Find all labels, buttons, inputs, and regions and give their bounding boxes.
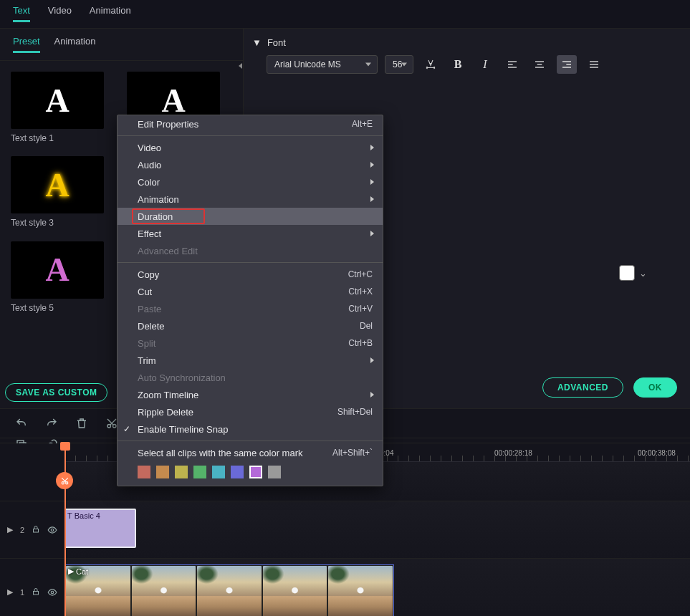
color-mark-chip[interactable]: [268, 466, 281, 478]
menu-shortcut: Ctrl+X: [348, 287, 373, 297]
menu-label: Effect: [138, 228, 161, 239]
font-section-header[interactable]: ▼ Font: [252, 37, 676, 48]
check-icon: ✓: [123, 424, 130, 434]
font-family-dropdown[interactable]: Arial Unicode MS: [267, 55, 378, 74]
collapse-grip-icon[interactable]: [237, 60, 243, 72]
sub-tab-animation[interactable]: Animation: [54, 36, 96, 53]
color-mark-chip[interactable]: [212, 466, 225, 478]
align-center-button[interactable]: [530, 55, 550, 74]
color-mark-chip[interactable]: [156, 466, 169, 478]
color-mark-chip[interactable]: [231, 466, 244, 478]
color-mark-chip[interactable]: [138, 466, 150, 478]
menu-animation[interactable]: Animation: [118, 191, 383, 208]
video-clip-label: Cat: [76, 567, 88, 576]
menu-label: Auto Synchronization: [138, 372, 226, 383]
save-as-custom-button[interactable]: SAVE AS CUSTOM: [5, 383, 107, 402]
menu-split: SplitCtrl+B: [118, 335, 383, 352]
align-justify-button[interactable]: [584, 55, 604, 74]
font-section-title: Font: [267, 37, 286, 48]
menu-label: Split: [138, 338, 155, 349]
preset-item-1[interactable]: A Text style 1: [11, 72, 104, 149]
preset-glyph: A: [161, 82, 185, 120]
menu-copy[interactable]: CopyCtrl+C: [118, 266, 383, 283]
tab-video[interactable]: Video: [48, 5, 72, 22]
font-size-dropdown[interactable]: 56: [385, 55, 413, 74]
preset-glyph: A: [45, 251, 69, 289]
menu-shortcut: Alt+Shift+`: [332, 448, 373, 458]
ok-button[interactable]: OK: [633, 377, 677, 398]
menu-label: Duration: [138, 211, 173, 222]
video-clip[interactable]: ▶ Cat: [64, 564, 394, 616]
undo-icon[interactable]: [14, 416, 29, 430]
menu-label: Advanced Edit: [138, 246, 198, 256]
italic-button[interactable]: I: [475, 55, 495, 74]
track-video: ▶ 1 ▶ Cat: [0, 559, 690, 616]
bold-button[interactable]: B: [448, 55, 468, 74]
menu-select-by-color[interactable]: Select all clips with the same color mar…: [118, 444, 383, 461]
sub-tab-preset[interactable]: Preset: [13, 36, 40, 53]
video-clip-icon: ▶: [68, 567, 74, 576]
menu-label: Enable Timeline Snap: [138, 424, 228, 435]
character-spacing-icon[interactable]: [421, 55, 441, 74]
menu-shortcut: Ctrl+B: [348, 338, 373, 348]
playhead[interactable]: [64, 443, 66, 616]
color-mark-chip[interactable]: [249, 466, 262, 478]
delete-icon[interactable]: [75, 416, 89, 430]
menu-auto-sync: Auto Synchronization: [118, 369, 383, 386]
menu-shortcut: Del: [360, 321, 373, 331]
menu-shortcut: Ctrl+V: [348, 304, 373, 314]
menu-delete[interactable]: DeleteDel: [118, 317, 383, 335]
text-clip-label: Basic 4: [75, 511, 100, 520]
sub-tab-bar: Preset Animation: [0, 29, 243, 61]
menu-trim[interactable]: Trim: [118, 352, 383, 369]
eye-icon[interactable]: [47, 587, 57, 597]
context-menu: Edit Properties Alt+E Video Audio Color …: [117, 115, 383, 486]
preset-item-3[interactable]: A Text style 3: [11, 156, 104, 234]
lock-icon[interactable]: [32, 587, 40, 597]
menu-label: Color: [138, 177, 160, 188]
menu-label: Select all clips with the same color mar…: [138, 448, 302, 458]
ruler-tick: 00:00:38:08: [638, 449, 676, 457]
preset-label: Text style 1: [11, 133, 104, 143]
menu-ripple-delete[interactable]: Ripple DeleteShift+Del: [118, 403, 383, 420]
menu-label: Audio: [138, 160, 161, 170]
align-left-button[interactable]: [502, 55, 522, 74]
menu-label: Cut: [138, 287, 152, 297]
menu-cut[interactable]: CutCtrl+X: [118, 283, 383, 300]
menu-video[interactable]: Video: [118, 139, 383, 156]
color-mark-chip[interactable]: [193, 466, 206, 478]
menu-duration[interactable]: Duration: [118, 208, 383, 225]
tab-animation[interactable]: Animation: [90, 5, 131, 22]
menu-label: Animation: [138, 194, 179, 205]
advanced-button[interactable]: ADVANCED: [542, 377, 623, 398]
razor-handle-icon[interactable]: [56, 472, 73, 489]
lock-icon[interactable]: [32, 525, 40, 535]
menu-effect[interactable]: Effect: [118, 225, 383, 242]
redo-icon[interactable]: [44, 416, 59, 430]
color-swatch: [619, 265, 635, 281]
menu-shortcut: Ctrl+C: [348, 269, 373, 279]
menu-label: Copy: [138, 269, 159, 280]
track-number: 2: [20, 526, 24, 534]
menu-audio[interactable]: Audio: [118, 156, 383, 173]
preset-item-5[interactable]: A Text style 5: [11, 241, 104, 319]
text-clip[interactable]: T Basic 4: [64, 509, 136, 548]
preset-glyph: A: [45, 82, 69, 120]
eye-icon[interactable]: [47, 525, 57, 535]
color-mark-chip[interactable]: [175, 466, 188, 478]
ruler-tick: 00:00:28:18: [494, 449, 532, 457]
menu-shortcut: Alt+E: [352, 119, 373, 129]
menu-edit-properties[interactable]: Edit Properties Alt+E: [118, 115, 383, 133]
menu-paste: PasteCtrl+V: [118, 300, 383, 317]
preset-label: Text style 5: [11, 303, 104, 313]
svg-rect-6: [34, 529, 39, 532]
align-right-button[interactable]: [557, 55, 577, 74]
menu-color[interactable]: Color: [118, 173, 383, 191]
tab-text[interactable]: Text: [13, 5, 30, 22]
svg-point-9: [51, 591, 54, 594]
menu-label: Ripple Delete: [138, 407, 193, 418]
video-track-icon: ▶: [7, 525, 13, 535]
text-color-picker[interactable]: ⌄: [619, 265, 647, 281]
menu-enable-snap[interactable]: ✓Enable Timeline Snap: [118, 420, 383, 438]
menu-zoom-timeline[interactable]: Zoom Timeline: [118, 386, 383, 403]
